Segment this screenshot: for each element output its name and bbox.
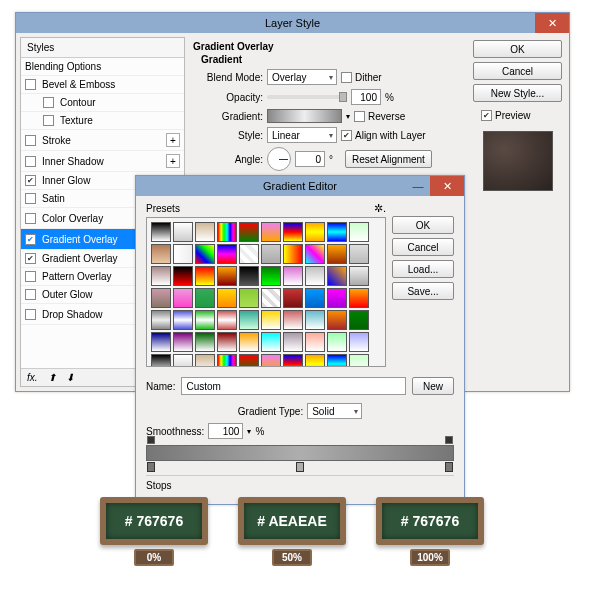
preset-swatch[interactable] — [217, 310, 237, 330]
preset-swatch[interactable] — [195, 332, 215, 352]
style-select[interactable]: Linear — [267, 127, 337, 143]
preset-swatch[interactable] — [327, 266, 347, 286]
preset-swatch[interactable] — [173, 266, 193, 286]
preset-swatch[interactable] — [261, 332, 281, 352]
style-checkbox[interactable] — [25, 234, 36, 245]
preset-swatch[interactable] — [173, 332, 193, 352]
gear-icon[interactable]: ✲. — [374, 202, 386, 215]
ge-cancel-button[interactable]: Cancel — [392, 238, 454, 256]
preset-swatch[interactable] — [305, 310, 325, 330]
style-checkbox[interactable] — [43, 97, 54, 108]
preset-swatch[interactable] — [173, 310, 193, 330]
plus-icon[interactable]: + — [166, 154, 180, 168]
preset-swatch[interactable] — [217, 244, 237, 264]
preset-swatch[interactable] — [261, 354, 281, 367]
preset-swatch[interactable] — [151, 332, 171, 352]
plus-icon[interactable]: + — [166, 133, 180, 147]
style-row-1[interactable]: Bevel & Emboss — [21, 76, 184, 94]
preset-swatch[interactable] — [239, 288, 259, 308]
cancel-button[interactable]: Cancel — [473, 62, 562, 80]
preset-swatch[interactable] — [173, 288, 193, 308]
color-stop-0[interactable] — [147, 462, 155, 472]
preset-swatch[interactable] — [327, 354, 347, 367]
opacity-input[interactable]: 100 — [351, 89, 381, 105]
minimize-icon[interactable]: — — [406, 176, 430, 196]
preset-swatch[interactable] — [195, 354, 215, 367]
layer-style-titlebar[interactable]: Layer Style ✕ — [16, 13, 569, 33]
preset-swatch[interactable] — [327, 310, 347, 330]
preset-swatch[interactable] — [151, 244, 171, 264]
grad-type-select[interactable]: Solid — [307, 403, 362, 419]
color-stop-2[interactable] — [445, 462, 453, 472]
preset-swatch[interactable] — [217, 288, 237, 308]
preset-swatch[interactable] — [239, 244, 259, 264]
preset-swatch[interactable] — [283, 222, 303, 242]
preset-swatch[interactable] — [239, 266, 259, 286]
preview-checkbox[interactable]: Preview — [481, 110, 562, 121]
preset-swatch[interactable] — [305, 288, 325, 308]
preset-swatch[interactable] — [305, 354, 325, 367]
preset-swatch[interactable] — [195, 310, 215, 330]
preset-swatch[interactable] — [217, 354, 237, 367]
close-icon[interactable]: ✕ — [430, 176, 464, 196]
angle-dial[interactable] — [267, 147, 291, 171]
style-checkbox[interactable] — [25, 289, 36, 300]
style-row-0[interactable]: Blending Options — [21, 58, 184, 76]
arrow-down-icon[interactable]: ⬇ — [66, 372, 74, 383]
preset-swatch[interactable] — [217, 266, 237, 286]
preset-swatch[interactable] — [239, 310, 259, 330]
preset-swatch[interactable] — [151, 288, 171, 308]
preset-swatch[interactable] — [327, 244, 347, 264]
preset-swatch[interactable] — [283, 332, 303, 352]
preset-swatch[interactable] — [151, 354, 171, 367]
chevron-down-icon[interactable]: ▾ — [346, 112, 350, 121]
gradient-editor-titlebar[interactable]: Gradient Editor — ✕ — [136, 176, 464, 196]
preset-swatch[interactable] — [261, 288, 281, 308]
color-stop-1[interactable] — [296, 462, 304, 472]
angle-input[interactable]: 0 — [295, 151, 325, 167]
style-row-3[interactable]: Texture — [21, 112, 184, 130]
opacity-stop-right[interactable] — [445, 436, 453, 444]
smoothness-input[interactable]: 100 — [208, 423, 243, 439]
style-checkbox[interactable] — [25, 79, 36, 90]
style-checkbox[interactable] — [25, 175, 36, 186]
preset-swatch[interactable] — [349, 310, 369, 330]
ge-ok-button[interactable]: OK — [392, 216, 454, 234]
preset-swatch[interactable] — [151, 310, 171, 330]
gradient-picker[interactable] — [267, 109, 342, 123]
preset-swatch[interactable] — [217, 332, 237, 352]
style-checkbox[interactable] — [25, 193, 36, 204]
preset-swatch[interactable] — [239, 354, 259, 367]
ge-save-button[interactable]: Save... — [392, 282, 454, 300]
opacity-slider[interactable] — [267, 95, 347, 99]
preset-grid[interactable] — [146, 217, 386, 367]
preset-swatch[interactable] — [327, 288, 347, 308]
ge-new-button[interactable]: New — [412, 377, 454, 395]
ge-load-button[interactable]: Load... — [392, 260, 454, 278]
reverse-checkbox[interactable]: Reverse — [354, 111, 405, 122]
preset-swatch[interactable] — [261, 222, 281, 242]
blend-mode-select[interactable]: Overlay — [267, 69, 337, 85]
style-checkbox[interactable] — [25, 213, 36, 224]
preset-swatch[interactable] — [261, 244, 281, 264]
preset-swatch[interactable] — [151, 266, 171, 286]
preset-swatch[interactable] — [173, 222, 193, 242]
preset-swatch[interactable] — [173, 244, 193, 264]
preset-swatch[interactable] — [349, 222, 369, 242]
align-checkbox[interactable]: Align with Layer — [341, 130, 426, 141]
style-row-5[interactable]: Inner Shadow+ — [21, 151, 184, 172]
gradient-bar[interactable] — [146, 445, 454, 461]
preset-swatch[interactable] — [195, 266, 215, 286]
preset-swatch[interactable] — [239, 332, 259, 352]
preset-swatch[interactable] — [173, 354, 193, 367]
preset-swatch[interactable] — [327, 332, 347, 352]
preset-swatch[interactable] — [349, 244, 369, 264]
ok-button[interactable]: OK — [473, 40, 562, 58]
style-checkbox[interactable] — [25, 253, 36, 264]
style-checkbox[interactable] — [25, 309, 36, 320]
style-row-4[interactable]: Stroke+ — [21, 130, 184, 151]
reset-alignment-button[interactable]: Reset Alignment — [345, 150, 432, 168]
preset-swatch[interactable] — [283, 354, 303, 367]
preset-swatch[interactable] — [217, 222, 237, 242]
style-checkbox[interactable] — [25, 271, 36, 282]
